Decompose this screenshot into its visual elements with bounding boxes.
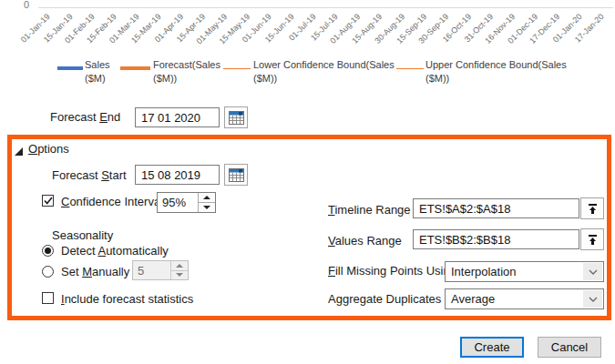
set-manually-spinner: 5	[132, 260, 189, 280]
confidence-interval-value[interactable]: 95%	[158, 193, 198, 212]
chevron-down-icon	[589, 297, 598, 302]
forecast-start-input[interactable]	[135, 165, 220, 185]
confidence-interval-checkbox[interactable]	[42, 195, 54, 207]
dropdown-chevron-button[interactable]	[583, 263, 602, 280]
legend-line-lower-bound	[223, 68, 251, 69]
create-button[interactable]: Create	[460, 337, 524, 358]
forecast-start-label: Forecast Start	[52, 168, 127, 182]
confidence-interval-label[interactable]: Confidence Interval	[61, 195, 163, 208]
set-manually-value: 5	[133, 261, 170, 279]
fill-missing-points-label: Fill Missing Points Using	[328, 264, 456, 278]
forecast-end-input[interactable]	[135, 107, 220, 127]
x-axis-labels: 01-Jan-1915-Jan-1901-Feb-1915-Feb-1901-M…	[0, 0, 615, 55]
spin-up-button	[171, 261, 188, 271]
detect-automatically-radio[interactable]	[42, 245, 54, 257]
legend-label-upper-bound: Upper Confidence Bound(Sales($M))	[425, 58, 567, 86]
spin-down-button	[171, 271, 188, 280]
options-header-label[interactable]: Options	[28, 142, 69, 156]
legend-line-upper-bound	[396, 68, 424, 69]
legend-label-lower-bound: Lower Confidence Bound(Sales($M))	[253, 58, 395, 86]
arrow-down-icon	[176, 273, 183, 277]
timeline-range-picker-button[interactable]	[580, 197, 604, 219]
forecast-end-calendar-button[interactable]	[224, 106, 248, 128]
values-range-input[interactable]	[413, 229, 579, 249]
calendar-icon	[229, 111, 244, 125]
fill-missing-points-value: Interpolation	[446, 262, 582, 281]
collapse-triangle-icon	[15, 147, 24, 157]
legend-label-sales: Sales($M)	[85, 58, 110, 86]
collapse-dialog-up-arrow-icon	[587, 234, 599, 246]
cancel-button[interactable]: Cancel	[538, 337, 601, 358]
arrow-down-icon	[203, 206, 210, 209]
forecast-end-label: Forecast End	[50, 110, 120, 124]
options-collapse-toggle[interactable]	[15, 144, 25, 154]
legend-line-forecast	[120, 66, 150, 70]
timeline-range-input[interactable]	[413, 198, 579, 218]
confidence-interval-spinner[interactable]: 95%	[157, 192, 216, 213]
legend-label-forecast: Forecast(Sales($M))	[153, 58, 220, 86]
legend-line-sales	[57, 66, 83, 70]
collapse-dialog-up-arrow-icon	[587, 203, 599, 215]
check-icon	[44, 197, 53, 205]
spin-down-button[interactable]	[199, 203, 215, 212]
timeline-range-label: Timeline Range	[328, 203, 411, 217]
fill-missing-points-dropdown[interactable]: Interpolation	[445, 261, 604, 282]
calendar-icon	[229, 168, 244, 182]
dropdown-chevron-button[interactable]	[583, 290, 602, 308]
values-range-picker-button[interactable]	[580, 228, 604, 250]
arrow-up-icon	[203, 196, 210, 199]
radio-selected-dot	[45, 248, 51, 254]
aggregate-duplicates-dropdown[interactable]: Average	[445, 288, 604, 309]
set-manually-label[interactable]: Set Manually	[61, 265, 129, 278]
arrow-up-icon	[176, 264, 183, 268]
aggregate-duplicates-value: Average	[446, 289, 582, 308]
chevron-down-icon	[589, 269, 598, 275]
detect-automatically-label[interactable]: Detect Automatically	[61, 244, 169, 258]
seasonality-label: Seasonality	[52, 228, 113, 242]
include-statistics-label[interactable]: Include forecast statistics	[61, 292, 193, 306]
forecast-start-calendar-button[interactable]	[224, 164, 248, 186]
set-manually-radio[interactable]	[42, 266, 54, 278]
include-statistics-checkbox[interactable]	[42, 292, 54, 304]
values-range-label: Values Range	[328, 234, 402, 248]
spin-up-button[interactable]	[199, 193, 215, 203]
